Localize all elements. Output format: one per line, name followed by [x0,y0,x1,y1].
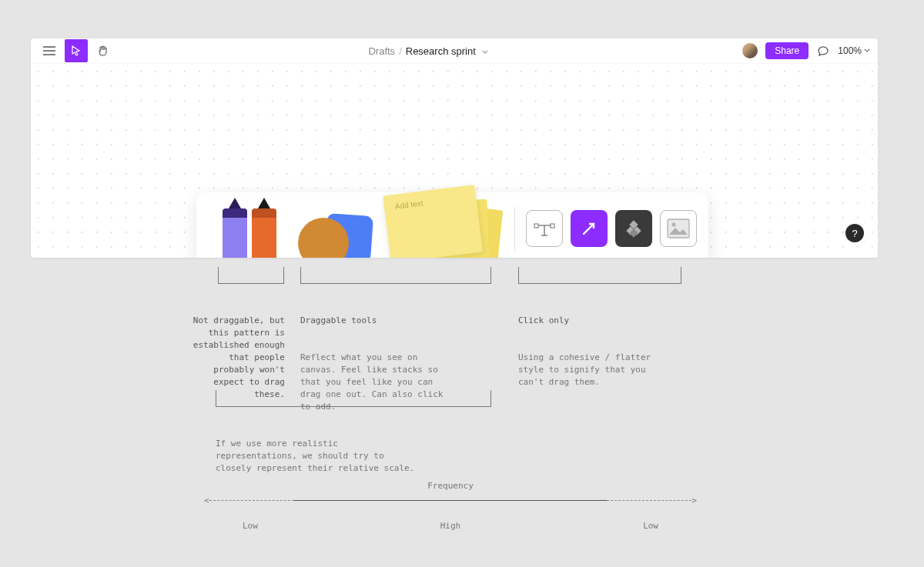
hamburger-menu-icon[interactable] [38,40,60,62]
frequency-low-left: Low [204,521,381,531]
bracket [518,267,681,284]
select-tool-button[interactable] [65,39,88,62]
svg-rect-6 [668,219,689,238]
arrow-right-icon: > [691,495,697,505]
annotation-click-heading: Click only [518,315,569,325]
bracket [218,267,284,284]
frequency-high: High [381,521,520,531]
svg-point-7 [672,223,676,227]
arrow-left-icon: < [204,495,209,505]
text-tool-button[interactable] [526,210,563,247]
toolbar-divider [514,207,515,252]
connector-tool-button[interactable] [571,210,608,247]
comment-icon[interactable] [816,44,830,58]
canvas[interactable]: Add text ? [31,64,878,258]
svg-rect-1 [551,224,554,228]
zoom-value: 100% [838,45,862,56]
annotation-drag-heading: Draggable tools [300,315,377,325]
app-window: Drafts / Research sprint Share 100% [31,38,878,258]
sticky-note-icon: Add text [383,185,483,258]
sticky-note-placeholder: Add text [394,198,424,210]
annotation-markers: Not draggable, but this pattern is estab… [193,315,285,399]
hand-tool-button[interactable] [92,40,114,62]
marker-orange-icon [252,195,276,258]
marker-tool[interactable] [207,192,292,258]
help-icon: ? [852,228,857,239]
toolbar: Add text [196,192,708,258]
breadcrumb-folder[interactable]: Drafts [368,45,395,57]
topbar: Drafts / Research sprint Share 100% [31,38,878,64]
frequency-labels: Low High Low [204,521,697,531]
annotation-scale-body: If we use more realistic representations… [216,439,414,473]
bracket [216,390,491,407]
svg-rect-0 [534,224,538,228]
image-tool-button[interactable] [660,210,697,247]
breadcrumb-title[interactable]: Research sprint [406,45,476,57]
annotation-click-body: Using a cohesive / flatter style to sign… [518,352,651,387]
marker-purple-icon [223,195,247,258]
chevron-down-icon[interactable] [482,45,488,57]
help-button[interactable]: ? [845,224,864,242]
sticky-note-tool[interactable]: Add text [384,192,504,258]
frequency-axis: < > [204,500,697,501]
breadcrumb[interactable]: Drafts / Research sprint [114,45,742,57]
share-button[interactable]: Share [765,42,808,59]
frequency-low-right: Low [520,521,697,531]
avatar[interactable] [742,43,758,58]
frequency-title: Frequency [204,481,697,491]
zoom-control[interactable]: 100% [838,45,870,56]
breadcrumb-separator: / [399,45,402,57]
bracket [300,267,491,284]
stamp-tool-button[interactable] [615,210,652,247]
chevron-down-icon [864,48,870,53]
shape-tool[interactable] [292,192,384,258]
